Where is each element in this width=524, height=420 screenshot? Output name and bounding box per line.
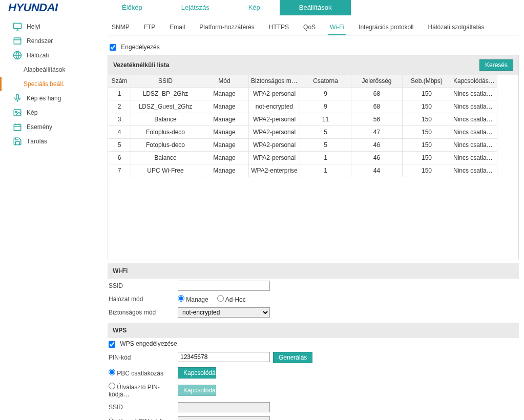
enable-checkbox[interactable] (110, 44, 116, 51)
subtab[interactable]: HTTPS (267, 20, 291, 34)
table-cell[interactable]: UPC Wi-Free (131, 164, 200, 177)
wps-routerpin-radio[interactable] (109, 383, 115, 389)
table-cell[interactable]: 5 (108, 139, 131, 152)
table-cell[interactable]: Balance (131, 113, 200, 126)
table-cell[interactable]: 1 (300, 152, 351, 164)
table-cell[interactable]: 4 (108, 126, 131, 139)
table-cell[interactable]: 46 (351, 139, 403, 152)
topnav-item[interactable]: Lejátszás (162, 0, 229, 15)
table-cell[interactable]: WPA2-personal (249, 113, 300, 126)
subtab[interactable]: Email (167, 20, 187, 34)
sidebar-item[interactable]: Helyi (0, 19, 102, 34)
wifi-mode-manage-radio[interactable] (178, 295, 184, 302)
table-cell[interactable]: 47 (351, 126, 403, 139)
wifi-mode-manage-option[interactable]: Manage (178, 296, 208, 303)
save-icon (12, 136, 23, 146)
generate-button[interactable]: Generálás (273, 352, 312, 363)
table-cell[interactable]: 56 (351, 113, 403, 126)
wifi-mode-adhoc-option[interactable]: Ad-Hoc (217, 296, 246, 303)
subtab[interactable]: SNMP (110, 20, 132, 34)
table-cell[interactable]: LDSZ_BP_2Ghz (131, 88, 200, 100)
connect-pbc-button[interactable]: Kapcsolódás (178, 367, 216, 379)
sidebar-item[interactable]: Esemény (0, 120, 102, 134)
wps-pin-input[interactable] (178, 352, 270, 362)
sidebar-item[interactable]: Tárolás (0, 134, 102, 149)
table-cell[interactable]: 68 (351, 88, 403, 100)
table-cell[interactable]: not-encrypted (249, 100, 300, 113)
table-cell[interactable]: 150 (403, 100, 451, 113)
sidebar-item-label: Kép és hang (27, 95, 61, 102)
table-cell[interactable]: 150 (403, 126, 451, 139)
table-cell[interactable]: LDSZ_Guest_2Ghz (131, 100, 200, 113)
table-cell[interactable]: 2 (108, 100, 131, 113)
wps-enable-option[interactable]: WPS engedélyezése (109, 340, 177, 347)
sidebar-item[interactable]: Kép (0, 106, 102, 120)
table-cell[interactable]: 150 (403, 113, 451, 126)
table-cell[interactable]: 3 (108, 113, 131, 126)
table-cell[interactable]: 5 (300, 139, 351, 152)
subtab[interactable]: Wi-Fi (328, 20, 346, 35)
table-cell[interactable]: Nincs csatlakozva (451, 139, 497, 152)
sidebar: HelyiRendszerHálózatiAlapbeállításokSpec… (0, 15, 102, 420)
table-cell[interactable]: 5 (300, 126, 351, 139)
wps-pbc-radio[interactable] (109, 369, 115, 375)
table-cell[interactable]: WPA2-personal (249, 88, 300, 100)
table-cell[interactable]: 9 (300, 88, 351, 100)
table-cell[interactable]: Nincs csatlakozva (451, 164, 497, 177)
wifi-sec-select[interactable]: not-encrypted (178, 307, 270, 318)
topnav-item[interactable]: Élőkép (102, 0, 162, 15)
table-cell[interactable]: 150 (403, 152, 451, 164)
table-cell[interactable]: 1 (300, 164, 351, 177)
svg-rect-6 (16, 95, 19, 99)
subtab[interactable]: Integrációs protokoll (357, 20, 415, 34)
table-cell[interactable]: WPA2-personal (249, 139, 300, 152)
table-cell[interactable]: 46 (351, 152, 403, 164)
topnav-item[interactable]: Kép (229, 0, 280, 15)
wifi-mode-adhoc-radio[interactable] (217, 295, 224, 302)
subtab[interactable]: Platform-hozzáférés (197, 20, 256, 34)
table-cell[interactable]: 9 (300, 100, 351, 113)
sidebar-item[interactable]: Speciális beáll. (0, 77, 102, 91)
table-cell[interactable]: Balance (131, 152, 200, 164)
table-cell[interactable]: Nincs csatlakozva (451, 113, 497, 126)
table-cell[interactable]: Fotoplus-deco (131, 126, 200, 139)
subtab[interactable]: Hálózati szolgáltatás (426, 20, 486, 34)
wifi-ssid-input[interactable] (178, 281, 270, 291)
sidebar-item[interactable]: Rendszer (0, 34, 102, 48)
table-cell[interactable]: Nincs csatlakozva (451, 126, 497, 139)
table-cell[interactable]: Nincs csatlakozva (451, 152, 497, 164)
table-cell[interactable]: 6 (108, 152, 131, 164)
search-button[interactable]: Keresés (479, 59, 513, 71)
table-cell[interactable]: 150 (403, 139, 451, 152)
table-cell[interactable]: Manage (200, 139, 249, 152)
table-cell[interactable]: 1 (108, 88, 131, 100)
table-cell[interactable]: Manage (200, 152, 249, 164)
table-cell[interactable]: WPA2-personal (249, 126, 300, 139)
wps-enable-checkbox[interactable] (109, 341, 115, 348)
table-cell[interactable]: 68 (351, 100, 403, 113)
table-cell[interactable]: Manage (200, 164, 249, 177)
table-cell[interactable]: Fotoplus-deco (131, 139, 200, 152)
table-cell[interactable]: 7 (108, 164, 131, 177)
table-cell[interactable]: Manage (200, 88, 249, 100)
table-cell[interactable]: Manage (200, 126, 249, 139)
subtab[interactable]: FTP (142, 20, 158, 34)
table-cell[interactable]: Nincs csatlakozva (451, 100, 497, 113)
table-cell[interactable]: 11 (300, 113, 351, 126)
table-cell[interactable]: WPA2-personal (249, 152, 300, 164)
subtab[interactable]: QoS (301, 20, 318, 34)
table-cell[interactable]: WPA2-enterprise (249, 164, 300, 177)
table-cell[interactable]: 44 (351, 164, 403, 177)
wps-routerpin-option[interactable]: Útválasztó PIN-kódjá… (109, 384, 160, 398)
sidebar-item[interactable]: Hálózati (0, 48, 102, 62)
topnav-item[interactable]: Beállítások (280, 0, 351, 15)
enable-checkbox-label[interactable]: Engedélyezés (110, 44, 160, 51)
sidebar-item[interactable]: Kép és hang (0, 91, 102, 106)
table-cell[interactable]: Manage (200, 100, 249, 113)
table-cell[interactable]: Nincs csatlakozva (451, 88, 497, 100)
table-cell[interactable]: 150 (403, 88, 451, 100)
table-cell[interactable]: Manage (200, 113, 249, 126)
sidebar-item[interactable]: Alapbeállítások (0, 62, 102, 77)
wps-pbc-option[interactable]: PBC csatlakozás (109, 370, 163, 377)
table-cell[interactable]: 150 (403, 164, 451, 177)
